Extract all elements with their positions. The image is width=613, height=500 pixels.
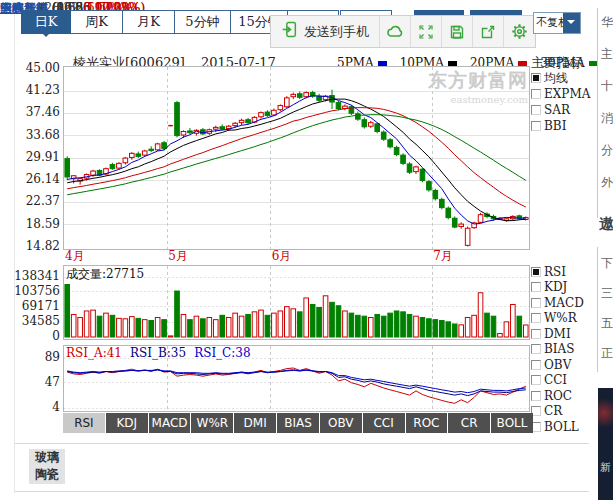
axis-tick-label: 45.00 bbox=[2, 61, 60, 75]
checkbox-rsi[interactable]: RSI bbox=[531, 264, 584, 280]
rsi-b-label: RSI_B:35 bbox=[130, 346, 186, 360]
rsi-a-label: RSI_A:41 bbox=[66, 346, 122, 360]
checkbox-roc[interactable]: ROC bbox=[531, 388, 584, 404]
rsi-value-labels: RSI_A:41 RSI_B:35 RSI_C:38 bbox=[66, 346, 251, 360]
checkbox[interactable] bbox=[531, 89, 541, 99]
main-indicator-list: 均线 EXPMA SAR BBI bbox=[531, 70, 590, 134]
edge-text-fragment: 三 bbox=[601, 285, 613, 302]
axis-tick-label: 37.46 bbox=[2, 105, 60, 119]
checkbox[interactable] bbox=[531, 121, 541, 131]
tab-boll[interactable]: BOLL bbox=[491, 413, 533, 433]
checkbox[interactable] bbox=[531, 105, 541, 115]
checkbox-bias[interactable]: BIAS bbox=[531, 342, 584, 358]
checkbox-wr[interactable]: W%R bbox=[531, 311, 584, 327]
axis-tick-label: 69171 bbox=[2, 299, 60, 313]
checkbox-boll[interactable]: BOLL bbox=[531, 419, 584, 435]
checkbox-cci[interactable]: CCI bbox=[531, 373, 584, 389]
legend-swatch bbox=[518, 61, 527, 66]
share-icon[interactable] bbox=[472, 16, 503, 47]
checkbox-kdj[interactable]: KDJ bbox=[531, 280, 584, 296]
tab-5min[interactable]: 5分钟 bbox=[175, 10, 231, 34]
axis-tick-label: 26.14 bbox=[2, 172, 60, 186]
fullscreen-icon[interactable] bbox=[410, 16, 441, 47]
edge-text-fragment: 消 bbox=[601, 110, 613, 127]
edge-heading-fragment: 遨 bbox=[599, 215, 613, 234]
checkbox[interactable] bbox=[531, 360, 541, 370]
checkbox[interactable] bbox=[531, 344, 541, 354]
checkbox-bbi[interactable]: BBI bbox=[531, 118, 590, 134]
checkbox-ma[interactable]: 均线 bbox=[531, 70, 590, 86]
axis-tick-label: 29.91 bbox=[2, 150, 60, 164]
tab-bias[interactable]: BIAS bbox=[277, 413, 319, 433]
save-icon[interactable] bbox=[441, 16, 472, 47]
checkbox-macd[interactable]: MACD bbox=[531, 295, 584, 311]
checkbox[interactable] bbox=[531, 391, 541, 401]
checkbox-dmi[interactable]: DMI bbox=[531, 326, 584, 342]
edge-text-fragment: 分 bbox=[601, 142, 613, 159]
tab-cci[interactable]: CCI bbox=[363, 413, 405, 433]
ad-image[interactable]: 新 bbox=[598, 388, 613, 500]
checkbox[interactable] bbox=[531, 73, 541, 83]
adjust-type-dropdown[interactable]: 不复权 bbox=[533, 12, 581, 34]
kline-chart[interactable] bbox=[63, 66, 530, 250]
tab-wr[interactable]: W%R bbox=[191, 413, 233, 433]
checkbox-obv[interactable]: OBV bbox=[531, 357, 584, 373]
checkbox-cr[interactable]: CR bbox=[531, 404, 584, 420]
checkbox-expma[interactable]: EXPMA bbox=[531, 86, 590, 102]
axis-tick-label: 103756 bbox=[2, 284, 60, 298]
tab-daily-k[interactable]: 日K bbox=[21, 10, 71, 34]
axis-tick-label: 34585 bbox=[2, 314, 60, 328]
legend-swatch bbox=[448, 61, 457, 66]
checkbox[interactable] bbox=[531, 375, 541, 385]
period-tab-bar: 日K 周K 月K 5分钟 15分钟 bbox=[21, 10, 289, 34]
edge-panel-border bbox=[597, 247, 598, 372]
month-tick-label: 4月 bbox=[65, 250, 85, 263]
edge-text-fragment: 华 bbox=[601, 14, 613, 31]
tab-macd[interactable]: MACD bbox=[149, 413, 191, 433]
ad-text-fragment: 新 bbox=[600, 460, 611, 475]
month-tick-label: 5月 bbox=[168, 250, 188, 263]
tab-kdj[interactable]: KDJ bbox=[106, 413, 148, 433]
edge-text-fragment: 五 bbox=[601, 315, 613, 332]
edge-panel-border bbox=[597, 8, 598, 218]
axis-tick-label: 47 bbox=[2, 375, 60, 389]
settings-gear-icon[interactable] bbox=[503, 16, 534, 47]
tab-rsi[interactable]: RSI bbox=[63, 413, 105, 433]
kline-plot bbox=[64, 67, 529, 249]
stock-chart-page: 日K 周K 月K 5分钟 15分钟 发送到手机 bbox=[0, 0, 613, 500]
checkbox[interactable] bbox=[531, 329, 541, 339]
send-to-phone-icon bbox=[281, 21, 298, 42]
tab-weekly-k[interactable]: 周K bbox=[71, 10, 123, 34]
checkbox[interactable] bbox=[531, 298, 541, 308]
checkbox[interactable] bbox=[531, 313, 541, 323]
dropdown-arrow-icon[interactable] bbox=[563, 13, 580, 33]
checkbox-sar[interactable]: SAR bbox=[531, 102, 590, 118]
checkbox[interactable] bbox=[531, 267, 541, 277]
chart-toolbar: 发送到手机 bbox=[270, 15, 536, 48]
sub-indicator-list: RSI KDJ MACD W%R DMI BIAS OBV CCI ROC CR… bbox=[531, 264, 584, 435]
divider bbox=[15, 491, 589, 492]
ad-art bbox=[598, 396, 613, 430]
axis-tick-label: 18.59 bbox=[2, 217, 60, 231]
tab-roc[interactable]: ROC bbox=[406, 413, 448, 433]
tab-dmi[interactable]: DMI bbox=[234, 413, 276, 433]
axis-tick-label: 41.23 bbox=[2, 83, 60, 97]
axis-tick-label: 14.82 bbox=[2, 239, 60, 253]
edge-text-fragment: 正 bbox=[601, 345, 613, 362]
send-to-phone-label: 发送到手机 bbox=[304, 23, 369, 41]
rsi-c-label: RSI_C:38 bbox=[194, 346, 251, 360]
send-to-phone-button[interactable]: 发送到手机 bbox=[271, 16, 379, 47]
tab-monthly-k[interactable]: 月K bbox=[123, 10, 175, 34]
sector-label: 玻璃 陶瓷 bbox=[29, 449, 65, 484]
axis-tick-label: 89 bbox=[2, 350, 60, 364]
tab-obv[interactable]: OBV bbox=[320, 413, 362, 433]
axis-tick-label: 138341 bbox=[2, 269, 60, 283]
month-tick-label: 7月 bbox=[433, 250, 453, 263]
cloud-button[interactable] bbox=[379, 16, 410, 47]
edge-text-fragment: 外 bbox=[601, 174, 613, 191]
axis-tick-label: 22.37 bbox=[2, 194, 60, 208]
divider bbox=[15, 443, 589, 444]
edge-text-fragment: 主 bbox=[601, 46, 613, 63]
tab-cr[interactable]: CR bbox=[448, 413, 490, 433]
checkbox[interactable] bbox=[531, 282, 541, 292]
